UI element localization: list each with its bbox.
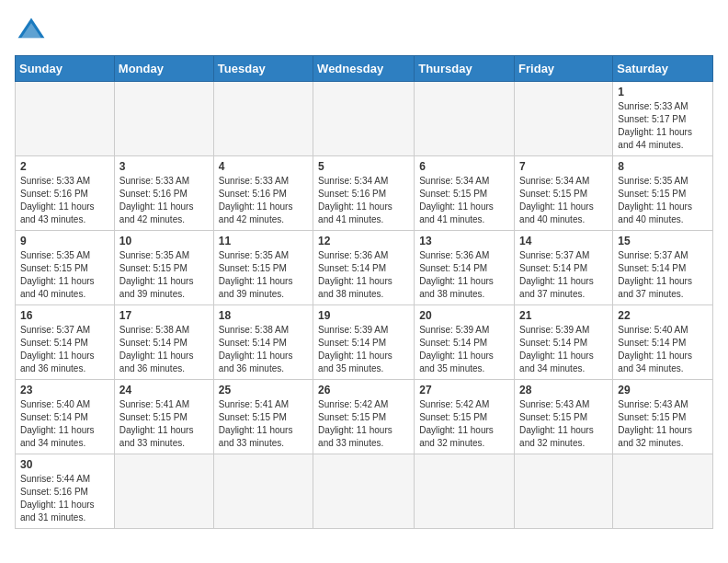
calendar-day-cell: 23Sunrise: 5:40 AM Sunset: 5:14 PM Dayli… — [16, 380, 115, 454]
calendar-day-cell: 5Sunrise: 5:34 AM Sunset: 5:16 PM Daylig… — [313, 156, 415, 231]
day-number: 21 — [519, 309, 608, 322]
day-info: Sunrise: 5:41 AM Sunset: 5:15 PM Dayligh… — [119, 398, 209, 450]
day-number: 18 — [219, 309, 308, 322]
calendar-day-cell — [313, 454, 415, 529]
weekday-header-row: SundayMondayTuesdayWednesdayThursdayFrid… — [16, 56, 713, 82]
calendar-header: SundayMondayTuesdayWednesdayThursdayFrid… — [16, 56, 713, 82]
calendar-day-cell: 20Sunrise: 5:39 AM Sunset: 5:14 PM Dayli… — [415, 305, 515, 380]
day-number: 14 — [519, 235, 608, 247]
calendar-day-cell — [415, 82, 515, 156]
day-info: Sunrise: 5:34 AM Sunset: 5:15 PM Dayligh… — [419, 175, 509, 226]
day-info: Sunrise: 5:35 AM Sunset: 5:15 PM Dayligh… — [20, 249, 109, 301]
day-info: Sunrise: 5:38 AM Sunset: 5:14 PM Dayligh… — [219, 324, 308, 375]
weekday-header-monday: Monday — [114, 56, 213, 82]
calendar-day-cell — [213, 82, 313, 156]
calendar-day-cell — [114, 82, 213, 156]
calendar-day-cell — [613, 454, 713, 529]
day-info: Sunrise: 5:33 AM Sunset: 5:16 PM Dayligh… — [119, 175, 209, 226]
day-info: Sunrise: 5:39 AM Sunset: 5:14 PM Dayligh… — [519, 324, 608, 375]
calendar-day-cell: 16Sunrise: 5:37 AM Sunset: 5:14 PM Dayli… — [16, 305, 115, 380]
logo — [15, 15, 51, 48]
day-info: Sunrise: 5:44 AM Sunset: 5:16 PM Dayligh… — [20, 473, 109, 524]
day-info: Sunrise: 5:33 AM Sunset: 5:17 PM Dayligh… — [618, 100, 708, 152]
day-info: Sunrise: 5:42 AM Sunset: 5:15 PM Dayligh… — [419, 398, 509, 450]
page-header — [15, 15, 713, 48]
day-number: 12 — [318, 235, 409, 247]
calendar-day-cell: 4Sunrise: 5:33 AM Sunset: 5:16 PM Daylig… — [213, 156, 313, 231]
day-number: 4 — [219, 160, 308, 173]
day-number: 2 — [20, 160, 109, 173]
day-info: Sunrise: 5:43 AM Sunset: 5:15 PM Dayligh… — [618, 398, 708, 450]
logo-icon — [15, 15, 48, 48]
day-info: Sunrise: 5:42 AM Sunset: 5:15 PM Dayligh… — [318, 398, 409, 450]
day-info: Sunrise: 5:35 AM Sunset: 5:15 PM Dayligh… — [119, 249, 209, 301]
day-number: 1 — [618, 86, 708, 98]
calendar-day-cell: 8Sunrise: 5:35 AM Sunset: 5:15 PM Daylig… — [613, 156, 713, 231]
calendar-day-cell: 7Sunrise: 5:34 AM Sunset: 5:15 PM Daylig… — [515, 156, 613, 231]
day-number: 11 — [219, 235, 308, 247]
day-info: Sunrise: 5:43 AM Sunset: 5:15 PM Dayligh… — [519, 398, 608, 450]
day-number: 26 — [318, 384, 409, 396]
day-number: 6 — [419, 160, 509, 173]
day-number: 24 — [119, 384, 209, 396]
day-info: Sunrise: 5:34 AM Sunset: 5:16 PM Dayligh… — [318, 175, 409, 226]
day-number: 8 — [618, 160, 708, 173]
calendar-day-cell: 26Sunrise: 5:42 AM Sunset: 5:15 PM Dayli… — [313, 380, 415, 454]
day-number: 17 — [119, 309, 209, 322]
day-number: 19 — [318, 309, 409, 322]
day-number: 20 — [419, 309, 509, 322]
day-number: 28 — [519, 384, 608, 396]
day-info: Sunrise: 5:35 AM Sunset: 5:15 PM Dayligh… — [618, 175, 708, 226]
calendar-day-cell — [16, 82, 115, 156]
day-info: Sunrise: 5:41 AM Sunset: 5:15 PM Dayligh… — [219, 398, 308, 450]
weekday-header-thursday: Thursday — [415, 56, 515, 82]
day-info: Sunrise: 5:39 AM Sunset: 5:14 PM Dayligh… — [419, 324, 509, 375]
day-number: 30 — [20, 458, 109, 471]
day-info: Sunrise: 5:40 AM Sunset: 5:14 PM Dayligh… — [20, 398, 109, 450]
calendar-week-row: 23Sunrise: 5:40 AM Sunset: 5:14 PM Dayli… — [16, 380, 713, 454]
day-number: 22 — [618, 309, 708, 322]
day-info: Sunrise: 5:37 AM Sunset: 5:14 PM Dayligh… — [20, 324, 109, 375]
day-number: 10 — [119, 235, 209, 247]
calendar-day-cell: 2Sunrise: 5:33 AM Sunset: 5:16 PM Daylig… — [16, 156, 115, 231]
calendar-day-cell — [515, 454, 613, 529]
day-info: Sunrise: 5:38 AM Sunset: 5:14 PM Dayligh… — [119, 324, 209, 375]
day-number: 23 — [20, 384, 109, 396]
day-info: Sunrise: 5:36 AM Sunset: 5:14 PM Dayligh… — [318, 249, 409, 301]
calendar-day-cell: 12Sunrise: 5:36 AM Sunset: 5:14 PM Dayli… — [313, 231, 415, 305]
calendar-day-cell — [415, 454, 515, 529]
day-info: Sunrise: 5:40 AM Sunset: 5:14 PM Dayligh… — [618, 324, 708, 375]
calendar-day-cell: 3Sunrise: 5:33 AM Sunset: 5:16 PM Daylig… — [114, 156, 213, 231]
calendar-day-cell — [114, 454, 213, 529]
day-number: 27 — [419, 384, 509, 396]
weekday-header-sunday: Sunday — [16, 56, 115, 82]
calendar-day-cell: 22Sunrise: 5:40 AM Sunset: 5:14 PM Dayli… — [613, 305, 713, 380]
day-info: Sunrise: 5:36 AM Sunset: 5:14 PM Dayligh… — [419, 249, 509, 301]
calendar-day-cell: 15Sunrise: 5:37 AM Sunset: 5:14 PM Dayli… — [613, 231, 713, 305]
weekday-header-friday: Friday — [515, 56, 613, 82]
calendar-day-cell: 6Sunrise: 5:34 AM Sunset: 5:15 PM Daylig… — [415, 156, 515, 231]
day-number: 29 — [618, 384, 708, 396]
calendar-day-cell — [213, 454, 313, 529]
calendar-week-row: 16Sunrise: 5:37 AM Sunset: 5:14 PM Dayli… — [16, 305, 713, 380]
calendar-day-cell: 11Sunrise: 5:35 AM Sunset: 5:15 PM Dayli… — [213, 231, 313, 305]
calendar-week-row: 30Sunrise: 5:44 AM Sunset: 5:16 PM Dayli… — [16, 454, 713, 529]
day-number: 25 — [219, 384, 308, 396]
calendar-day-cell: 13Sunrise: 5:36 AM Sunset: 5:14 PM Dayli… — [415, 231, 515, 305]
calendar-week-row: 9Sunrise: 5:35 AM Sunset: 5:15 PM Daylig… — [16, 231, 713, 305]
day-number: 16 — [20, 309, 109, 322]
calendar-week-row: 1Sunrise: 5:33 AM Sunset: 5:17 PM Daylig… — [16, 82, 713, 156]
calendar-day-cell: 30Sunrise: 5:44 AM Sunset: 5:16 PM Dayli… — [16, 454, 115, 529]
calendar-day-cell: 28Sunrise: 5:43 AM Sunset: 5:15 PM Dayli… — [515, 380, 613, 454]
day-info: Sunrise: 5:37 AM Sunset: 5:14 PM Dayligh… — [519, 249, 608, 301]
calendar-day-cell: 24Sunrise: 5:41 AM Sunset: 5:15 PM Dayli… — [114, 380, 213, 454]
day-info: Sunrise: 5:33 AM Sunset: 5:16 PM Dayligh… — [20, 175, 109, 226]
calendar-day-cell: 29Sunrise: 5:43 AM Sunset: 5:15 PM Dayli… — [613, 380, 713, 454]
day-number: 7 — [519, 160, 608, 173]
weekday-header-wednesday: Wednesday — [313, 56, 415, 82]
calendar-day-cell: 1Sunrise: 5:33 AM Sunset: 5:17 PM Daylig… — [613, 82, 713, 156]
calendar-day-cell: 21Sunrise: 5:39 AM Sunset: 5:14 PM Dayli… — [515, 305, 613, 380]
calendar-day-cell: 17Sunrise: 5:38 AM Sunset: 5:14 PM Dayli… — [114, 305, 213, 380]
calendar-day-cell: 14Sunrise: 5:37 AM Sunset: 5:14 PM Dayli… — [515, 231, 613, 305]
calendar-week-row: 2Sunrise: 5:33 AM Sunset: 5:16 PM Daylig… — [16, 156, 713, 231]
